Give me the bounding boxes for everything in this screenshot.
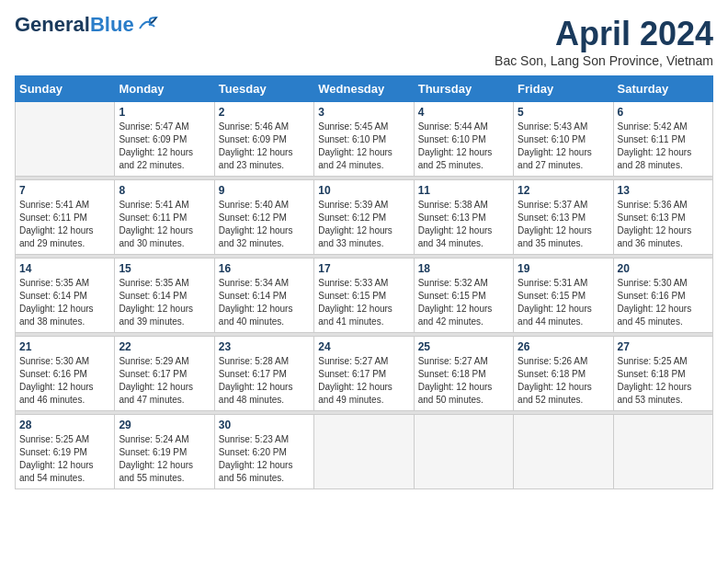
day-info: Sunrise: 5:42 AM Sunset: 6:11 PM Dayligh… xyxy=(618,121,709,172)
day-info: Sunrise: 5:41 AM Sunset: 6:11 PM Dayligh… xyxy=(19,199,110,250)
calendar-cell: 19Sunrise: 5:31 AM Sunset: 6:15 PM Dayli… xyxy=(514,259,613,333)
day-info: Sunrise: 5:31 AM Sunset: 6:15 PM Dayligh… xyxy=(518,277,609,328)
day-number: 9 xyxy=(219,184,310,197)
day-number: 10 xyxy=(318,184,409,197)
calendar-cell: 16Sunrise: 5:34 AM Sunset: 6:14 PM Dayli… xyxy=(214,259,313,333)
day-number: 12 xyxy=(518,184,609,197)
day-number: 16 xyxy=(219,262,310,275)
header-monday: Monday xyxy=(115,76,214,102)
header-tuesday: Tuesday xyxy=(214,76,313,102)
day-number: 3 xyxy=(318,106,409,119)
day-number: 24 xyxy=(318,340,409,353)
day-number: 15 xyxy=(119,262,210,275)
day-info: Sunrise: 5:33 AM Sunset: 6:15 PM Dayligh… xyxy=(318,277,409,328)
calendar-cell xyxy=(414,415,513,489)
calendar-cell: 1Sunrise: 5:47 AM Sunset: 6:09 PM Daylig… xyxy=(115,102,214,177)
day-info: Sunrise: 5:32 AM Sunset: 6:15 PM Dayligh… xyxy=(418,277,509,328)
calendar-cell: 17Sunrise: 5:33 AM Sunset: 6:15 PM Dayli… xyxy=(314,259,414,333)
calendar-cell: 14Sunrise: 5:35 AM Sunset: 6:14 PM Dayli… xyxy=(16,259,115,333)
calendar-header-row: SundayMondayTuesdayWednesdayThursdayFrid… xyxy=(16,76,713,102)
day-number: 25 xyxy=(418,340,509,353)
day-info: Sunrise: 5:39 AM Sunset: 6:12 PM Dayligh… xyxy=(318,199,409,250)
calendar-cell: 20Sunrise: 5:30 AM Sunset: 6:16 PM Dayli… xyxy=(613,259,712,333)
day-info: Sunrise: 5:27 AM Sunset: 6:17 PM Dayligh… xyxy=(318,355,409,407)
calendar-cell: 21Sunrise: 5:30 AM Sunset: 6:16 PM Dayli… xyxy=(16,337,115,411)
day-info: Sunrise: 5:26 AM Sunset: 6:18 PM Dayligh… xyxy=(518,355,609,407)
calendar-cell: 11Sunrise: 5:38 AM Sunset: 6:13 PM Dayli… xyxy=(414,180,513,255)
day-number: 30 xyxy=(219,419,310,431)
day-info: Sunrise: 5:47 AM Sunset: 6:09 PM Dayligh… xyxy=(119,121,210,172)
day-number: 22 xyxy=(119,340,210,353)
day-info: Sunrise: 5:36 AM Sunset: 6:13 PM Dayligh… xyxy=(618,199,709,250)
header-friday: Friday xyxy=(514,76,613,102)
header-saturday: Saturday xyxy=(613,76,712,102)
day-info: Sunrise: 5:37 AM Sunset: 6:13 PM Dayligh… xyxy=(518,199,609,250)
day-number: 17 xyxy=(318,262,409,275)
day-info: Sunrise: 5:23 AM Sunset: 6:20 PM Dayligh… xyxy=(219,433,310,485)
day-info: Sunrise: 5:45 AM Sunset: 6:10 PM Dayligh… xyxy=(318,121,409,172)
day-number: 5 xyxy=(518,106,609,119)
day-info: Sunrise: 5:34 AM Sunset: 6:14 PM Dayligh… xyxy=(219,277,310,328)
calendar-cell: 27Sunrise: 5:25 AM Sunset: 6:18 PM Dayli… xyxy=(613,337,712,411)
day-number: 2 xyxy=(219,106,310,119)
main-title: April 2024 xyxy=(495,15,713,53)
day-number: 13 xyxy=(618,184,709,197)
calendar-cell: 3Sunrise: 5:45 AM Sunset: 6:10 PM Daylig… xyxy=(314,102,414,177)
logo-general: General xyxy=(15,13,90,36)
calendar-week-row: 1Sunrise: 5:47 AM Sunset: 6:09 PM Daylig… xyxy=(16,102,713,177)
day-number: 1 xyxy=(119,106,210,119)
day-info: Sunrise: 5:35 AM Sunset: 6:14 PM Dayligh… xyxy=(119,277,210,328)
day-number: 23 xyxy=(219,340,310,353)
calendar-week-row: 14Sunrise: 5:35 AM Sunset: 6:14 PM Dayli… xyxy=(16,259,713,333)
calendar-cell: 18Sunrise: 5:32 AM Sunset: 6:15 PM Dayli… xyxy=(414,259,513,333)
header-sunday: Sunday xyxy=(16,76,115,102)
header-wednesday: Wednesday xyxy=(314,76,414,102)
subtitle: Bac Son, Lang Son Province, Vietnam xyxy=(495,53,713,68)
day-number: 28 xyxy=(19,419,110,431)
day-info: Sunrise: 5:41 AM Sunset: 6:11 PM Dayligh… xyxy=(119,199,210,250)
day-info: Sunrise: 5:28 AM Sunset: 6:17 PM Dayligh… xyxy=(219,355,310,407)
day-info: Sunrise: 5:29 AM Sunset: 6:17 PM Dayligh… xyxy=(119,355,210,407)
title-area: April 2024 Bac Son, Lang Son Province, V… xyxy=(495,15,713,68)
logo-blue: Blue xyxy=(90,13,134,36)
calendar-cell: 10Sunrise: 5:39 AM Sunset: 6:12 PM Dayli… xyxy=(314,180,414,255)
header: GeneralBlue April 2024 Bac Son, Lang Son… xyxy=(15,15,713,68)
logo-text: GeneralBlue xyxy=(15,15,134,35)
day-number: 11 xyxy=(418,184,509,197)
calendar-cell: 26Sunrise: 5:26 AM Sunset: 6:18 PM Dayli… xyxy=(514,337,613,411)
day-info: Sunrise: 5:43 AM Sunset: 6:10 PM Dayligh… xyxy=(518,121,609,172)
calendar-cell xyxy=(16,102,115,177)
day-info: Sunrise: 5:46 AM Sunset: 6:09 PM Dayligh… xyxy=(219,121,310,172)
calendar-cell: 28Sunrise: 5:25 AM Sunset: 6:19 PM Dayli… xyxy=(16,415,115,489)
calendar-week-row: 7Sunrise: 5:41 AM Sunset: 6:11 PM Daylig… xyxy=(16,180,713,255)
calendar-cell: 7Sunrise: 5:41 AM Sunset: 6:11 PM Daylig… xyxy=(16,180,115,255)
day-info: Sunrise: 5:38 AM Sunset: 6:13 PM Dayligh… xyxy=(418,199,509,250)
calendar-cell: 23Sunrise: 5:28 AM Sunset: 6:17 PM Dayli… xyxy=(214,337,313,411)
calendar-cell: 4Sunrise: 5:44 AM Sunset: 6:10 PM Daylig… xyxy=(414,102,513,177)
day-number: 14 xyxy=(19,262,110,275)
calendar-cell: 15Sunrise: 5:35 AM Sunset: 6:14 PM Dayli… xyxy=(115,259,214,333)
calendar-cell: 29Sunrise: 5:24 AM Sunset: 6:19 PM Dayli… xyxy=(115,415,214,489)
calendar-cell: 13Sunrise: 5:36 AM Sunset: 6:13 PM Dayli… xyxy=(613,180,712,255)
day-info: Sunrise: 5:24 AM Sunset: 6:19 PM Dayligh… xyxy=(119,433,210,485)
day-number: 26 xyxy=(518,340,609,353)
day-info: Sunrise: 5:25 AM Sunset: 6:18 PM Dayligh… xyxy=(618,355,709,407)
calendar-cell: 8Sunrise: 5:41 AM Sunset: 6:11 PM Daylig… xyxy=(115,180,214,255)
calendar-cell: 6Sunrise: 5:42 AM Sunset: 6:11 PM Daylig… xyxy=(613,102,712,177)
calendar-cell: 2Sunrise: 5:46 AM Sunset: 6:09 PM Daylig… xyxy=(214,102,313,177)
day-info: Sunrise: 5:30 AM Sunset: 6:16 PM Dayligh… xyxy=(19,355,110,407)
day-number: 20 xyxy=(618,262,709,275)
day-number: 4 xyxy=(418,106,509,119)
day-number: 8 xyxy=(119,184,210,197)
day-info: Sunrise: 5:27 AM Sunset: 6:18 PM Dayligh… xyxy=(418,355,509,407)
calendar-cell: 22Sunrise: 5:29 AM Sunset: 6:17 PM Dayli… xyxy=(115,337,214,411)
day-info: Sunrise: 5:44 AM Sunset: 6:10 PM Dayligh… xyxy=(418,121,509,172)
calendar-week-row: 21Sunrise: 5:30 AM Sunset: 6:16 PM Dayli… xyxy=(16,337,713,411)
day-number: 19 xyxy=(518,262,609,275)
day-info: Sunrise: 5:35 AM Sunset: 6:14 PM Dayligh… xyxy=(19,277,110,328)
day-info: Sunrise: 5:40 AM Sunset: 6:12 PM Dayligh… xyxy=(219,199,310,250)
day-info: Sunrise: 5:30 AM Sunset: 6:16 PM Dayligh… xyxy=(618,277,709,328)
calendar-cell: 9Sunrise: 5:40 AM Sunset: 6:12 PM Daylig… xyxy=(214,180,313,255)
day-number: 18 xyxy=(418,262,509,275)
calendar-cell xyxy=(314,415,414,489)
